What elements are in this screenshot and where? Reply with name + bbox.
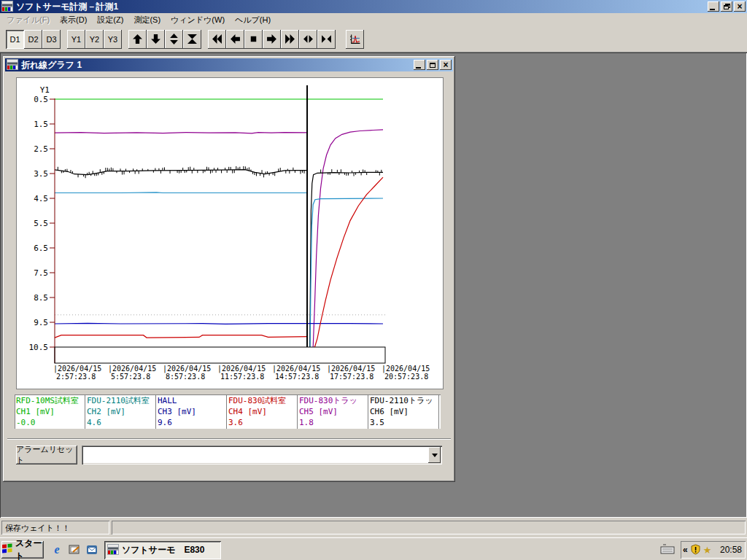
toolbar-button-line-chart[interactable] [346, 30, 364, 49]
toolbar-button-compress-horizontal[interactable] [317, 30, 336, 49]
minimize-button[interactable] [414, 60, 425, 70]
channel-value: 3.6 [228, 417, 297, 428]
toolbar-button-y2[interactable]: Y2 [85, 30, 104, 49]
channel-name: FDU-830試料室 [228, 395, 297, 406]
combobox-dropdown-button[interactable] [428, 447, 441, 463]
tray-clock: 20:58 [720, 545, 742, 555]
start-button[interactable]: スタート [1, 541, 44, 559]
show-desktop-icon[interactable] [67, 542, 82, 557]
x-time-label: 8:57:23.8 [166, 373, 205, 381]
menu-item-6[interactable]: ヘルプ(H) [230, 13, 276, 27]
alarm-combobox-value[interactable] [83, 447, 428, 463]
chevron-down-icon [432, 454, 438, 457]
toolbar-button-step-forward[interactable] [263, 30, 281, 49]
toolbar-button-stop[interactable] [244, 30, 263, 49]
channel-label: CH2 [mV] [87, 406, 155, 417]
keyboard-icon[interactable] [660, 544, 675, 556]
close-button[interactable]: × [734, 1, 746, 12]
toolbar-button-y3[interactable]: Y3 [104, 30, 122, 49]
skip-back-icon [212, 34, 222, 44]
toolbar-button-arrow-down[interactable] [147, 30, 165, 49]
toolbar-button-skip-back[interactable] [208, 30, 226, 49]
menu-item-2[interactable]: 表示(D) [55, 13, 92, 27]
x-time-label: 5:57:23.8 [111, 373, 150, 381]
system-tray: « ★ 20:58 [681, 541, 746, 559]
toolbar-button-d2[interactable]: D2 [24, 30, 42, 49]
channel-value: 4.6 [87, 417, 155, 428]
app-icon [107, 544, 119, 557]
channel-label: CH1 [mV] [16, 406, 85, 417]
y-tick-label: 3.5 [34, 169, 48, 179]
arrow-up-icon [132, 34, 143, 44]
menu-item-5[interactable]: ウィンドウ(W) [166, 13, 230, 27]
channel-name: HALL [158, 395, 226, 406]
stop-icon [248, 34, 259, 44]
toolbar-button-y1[interactable]: Y1 [67, 30, 85, 49]
alarm-reset-button[interactable]: アラームリセット [16, 446, 77, 464]
legend-channel-5: FDU-830トラッCH5 [mV]1.8 [298, 394, 368, 429]
y-tick-label: 5.5 [34, 219, 48, 228]
y-tick-label: 2.5 [34, 144, 48, 154]
alarm-combobox[interactable] [82, 446, 442, 464]
expand-vertical-icon [169, 34, 179, 44]
channel-value: 3.5 [370, 417, 438, 428]
taskbar-task-button[interactable]: ソフトサーモ E830 [104, 541, 221, 559]
outlook-express-icon[interactable] [85, 542, 99, 557]
channel-name: FDU-2110トラッ [370, 395, 438, 406]
task-button-label: ソフトサーモ E830 [122, 544, 204, 556]
y-tick-label: 4.5 [34, 194, 48, 203]
security-shield-icon[interactable] [690, 544, 701, 556]
line-chart-icon [349, 34, 360, 44]
y-axis-label: Y1 [40, 85, 50, 95]
x-time-label: 20:57:23.8 [384, 373, 428, 381]
menu-item-3[interactable]: 設定(Z) [92, 13, 128, 27]
y-tick-label: 1.5 [34, 120, 48, 129]
channel-name: FDU-830トラッ [299, 395, 368, 406]
maximize-button[interactable] [427, 60, 438, 70]
menu-item-1[interactable]: ファイル(F) [1, 13, 55, 27]
menu-item-4[interactable]: 測定(S) [128, 13, 166, 27]
internet-explorer-icon[interactable]: e [50, 542, 64, 557]
windows-flag-icon [1, 543, 13, 554]
toolbar: D1D2D3Y1Y2Y3 [0, 26, 747, 52]
channel-label: CH4 [mV] [228, 406, 297, 417]
x-time-label: 11:57:23.8 [220, 373, 264, 381]
app-chart-icon [1, 1, 13, 12]
status-message: 保存ウェイト！！ [1, 521, 109, 534]
arrow-down-icon [150, 34, 161, 44]
y-tick-label: 6.5 [34, 244, 48, 253]
series-ch5-line [313, 130, 383, 347]
y-tick-label: 7.5 [34, 268, 48, 278]
toolbar-button-arrow-up[interactable] [128, 30, 147, 49]
menu-bar: ファイル(F)表示(D)設定(Z)測定(S)ウィンドウ(W)ヘルプ(H) [0, 13, 747, 26]
channel-value: 1.8 [299, 417, 368, 428]
mdi-client-area: 折れ線グラフ 1 × 0.51.52.53.54.55.56.57.58.59.… [0, 52, 747, 518]
toolbar-button-compress-vertical[interactable] [183, 30, 201, 49]
y-tick-label: 10.5 [29, 343, 49, 352]
main-titlebar: ソフトサーモ計測－計測1 × [0, 0, 747, 13]
y-tick-label: 0.5 [34, 95, 48, 104]
toolbar-button-step-back[interactable] [226, 30, 244, 49]
tray-chevron-button[interactable]: « [683, 545, 688, 555]
app-chart-icon [107, 544, 119, 555]
windows-logo-icon [1, 543, 13, 556]
restore-button[interactable] [721, 1, 732, 12]
close-button[interactable]: × [440, 60, 452, 70]
app-icon [1, 1, 13, 13]
toolbar-button-expand-vertical[interactable] [165, 30, 183, 49]
toolbar-button-expand-horizontal[interactable] [299, 30, 317, 49]
toolbar-button-skip-forward[interactable] [281, 30, 299, 49]
toolbar-button-d3[interactable]: D3 [42, 30, 61, 49]
star-icon[interactable]: ★ [703, 545, 712, 555]
y-tick-label: 8.5 [34, 293, 48, 303]
expand-horizontal-icon [303, 34, 314, 44]
graph-window-titlebar: 折れ線グラフ 1 × [5, 58, 453, 71]
channel-value: -0.0 [16, 417, 85, 428]
graph-window: 折れ線グラフ 1 × 0.51.52.53.54.55.56.57.58.59.… [3, 56, 455, 482]
window-title: ソフトサーモ計測－計測1 [16, 1, 708, 13]
toolbar-button-d1[interactable]: D1 [6, 30, 24, 49]
legend-channel-6: FDU-2110トラッCH6 [mV]3.5 [368, 394, 439, 429]
x-time-label: 2:57:23.8 [56, 373, 96, 381]
channel-name: FDU-2110試料室 [87, 395, 155, 406]
minimize-button[interactable] [708, 1, 719, 12]
